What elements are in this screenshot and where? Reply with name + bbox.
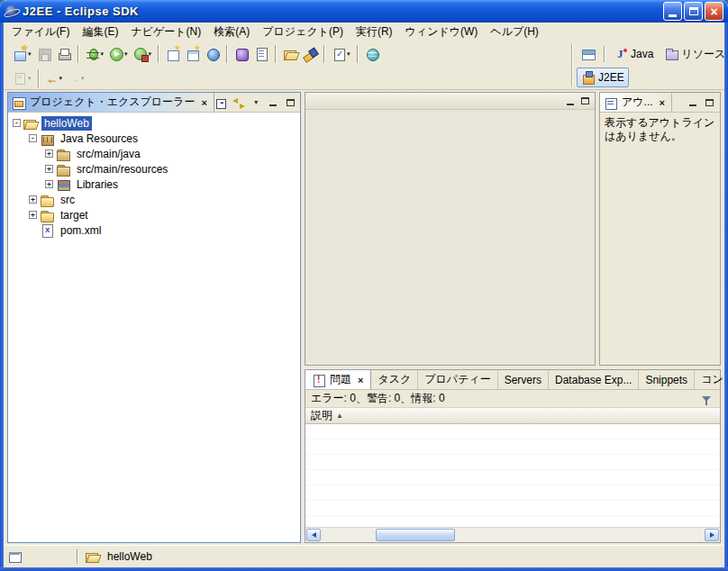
tab-tasks[interactable]: タスク	[371, 370, 418, 389]
tab-outline[interactable]: アウ... ×	[600, 93, 672, 112]
minimize-view-button[interactable]	[266, 95, 281, 110]
chevron-down-icon[interactable]: ▾	[28, 75, 32, 82]
minimize-button[interactable]	[663, 2, 682, 21]
menu-project[interactable]: プロジェクト(P)	[256, 23, 350, 41]
menu-run[interactable]: 実行(R)	[350, 23, 399, 41]
import-button[interactable]	[280, 44, 300, 64]
javadoc-button[interactable]	[251, 44, 271, 64]
description-column-label: 説明	[311, 408, 332, 423]
close-view-icon[interactable]: ×	[200, 97, 207, 108]
tree-item-target[interactable]: + target	[8, 207, 300, 222]
view-menu-button[interactable]: ▼	[249, 95, 264, 110]
expander-icon[interactable]: +	[45, 150, 53, 158]
minimize-view-button[interactable]	[685, 95, 700, 110]
fast-view-icon[interactable]	[8, 549, 23, 564]
tab-console[interactable]: コンソール	[695, 370, 728, 389]
close-view-icon[interactable]: ×	[659, 97, 666, 108]
task-list-button[interactable]: ▾	[329, 44, 353, 64]
back-button[interactable]: ←▾	[43, 68, 66, 88]
database-tab-label: Database Exp...	[555, 374, 632, 386]
properties-tab-label: プロパティー	[424, 372, 490, 387]
menu-edit[interactable]: 編集(E)	[76, 23, 124, 41]
tab-servers[interactable]: Servers	[498, 370, 549, 389]
plugin-button[interactable]	[232, 44, 251, 64]
tab-problems[interactable]: 問題 ×	[305, 370, 371, 389]
problems-column-header[interactable]: 説明 ▲	[305, 408, 720, 424]
menu-file[interactable]: ファイル(F)	[5, 23, 76, 41]
save-button[interactable]	[34, 44, 54, 64]
open-perspective-icon	[581, 47, 596, 61]
new-servlet-button[interactable]	[183, 44, 203, 64]
scroll-left-icon	[312, 532, 316, 538]
tab-snippets[interactable]: Snippets	[639, 370, 695, 389]
tree-item-src-main-resources[interactable]: + src/main/resources	[8, 161, 300, 177]
perspective-resource-button[interactable]: リソース	[660, 44, 728, 65]
print-button[interactable]	[54, 44, 74, 64]
tree-item-pom-xml[interactable]: pom.xml	[8, 222, 300, 238]
filter-button[interactable]	[699, 392, 714, 406]
external-tools-button[interactable]: ▾	[131, 44, 155, 64]
perspective-java-button[interactable]: Java	[609, 44, 658, 64]
minimize-editor-button[interactable]	[562, 94, 578, 108]
problems-table-body	[305, 424, 720, 527]
search-button[interactable]	[300, 44, 320, 64]
tree-item-label: target	[58, 208, 91, 222]
new-web-service-button[interactable]	[203, 44, 223, 64]
new-servlet-icon	[186, 47, 200, 61]
tab-database-explorer[interactable]: Database Exp...	[549, 370, 639, 389]
tree-item-src[interactable]: + src	[8, 192, 300, 207]
minimize-view-icon	[269, 104, 277, 106]
maximize-editor-button[interactable]	[578, 94, 593, 108]
new-module-icon	[166, 47, 180, 61]
perspective-j2ee-button[interactable]: J2EE	[577, 68, 629, 87]
chevron-down-icon[interactable]: ▾	[81, 75, 85, 82]
expander-icon[interactable]: +	[45, 165, 53, 173]
run-button[interactable]: ▾	[106, 44, 131, 64]
maximize-view-button[interactable]	[702, 95, 717, 110]
maximize-button[interactable]	[684, 2, 703, 21]
tab-project-explorer[interactable]: プロジェクト・エクスプローラー ×	[8, 93, 214, 112]
expander-icon[interactable]: +	[29, 211, 37, 219]
tree-item-libraries[interactable]: + Libraries	[8, 177, 300, 192]
menu-window[interactable]: ウィンドウ(W)	[399, 23, 485, 41]
web-browser-button[interactable]	[362, 44, 382, 64]
collapse-all-button[interactable]	[214, 95, 230, 110]
chevron-down-icon[interactable]: ▾	[101, 50, 105, 58]
menu-navigate[interactable]: ナビゲート(N)	[124, 23, 207, 41]
expander-icon[interactable]: +	[29, 195, 37, 204]
expander-icon[interactable]: +	[45, 180, 53, 188]
annotation-nav-button[interactable]: ▾	[10, 68, 34, 88]
tab-properties[interactable]: プロパティー	[418, 370, 497, 389]
link-with-editor-button[interactable]	[232, 95, 247, 110]
new-module-button[interactable]	[163, 44, 183, 64]
chevron-down-icon[interactable]: ▾	[347, 50, 350, 58]
chevron-down-icon[interactable]: ▾	[149, 50, 152, 58]
open-perspective-button[interactable]	[577, 44, 600, 64]
forward-button[interactable]: →▾	[65, 68, 87, 88]
close-view-icon[interactable]: ×	[357, 375, 364, 385]
scrollbar-thumb[interactable]	[376, 529, 455, 541]
chevron-down-icon[interactable]: ▾	[28, 50, 32, 58]
chevron-down-icon[interactable]: ▾	[124, 50, 128, 58]
debug-button[interactable]: ▾	[83, 44, 107, 64]
expander-icon[interactable]: -	[13, 119, 21, 127]
scroll-left-button[interactable]	[306, 529, 321, 541]
tree-item-java-resources[interactable]: - Java Resources	[8, 131, 300, 146]
close-button[interactable]: ×	[705, 2, 723, 21]
chevron-down-icon[interactable]: ▾	[59, 75, 63, 82]
maximize-view-button[interactable]	[283, 95, 298, 110]
tree-item-src-main-java[interactable]: + src/main/java	[8, 146, 300, 161]
bottom-tab-strip: 問題 × タスク プロパティー Servers Database Exp... …	[305, 370, 720, 390]
run-icon	[109, 47, 123, 61]
folder-icon	[40, 193, 54, 207]
menu-help[interactable]: ヘルプ(H)	[484, 23, 545, 41]
titlebar[interactable]: J2EE - Eclipse SDK ×	[0, 0, 728, 23]
horizontal-scrollbar[interactable]	[305, 527, 720, 542]
outline-tab-strip: アウ... ×	[600, 93, 720, 113]
expander-icon[interactable]: -	[29, 134, 37, 142]
tree-item-label: Libraries	[74, 177, 121, 192]
tree-item-helloweb[interactable]: - helloWeb	[8, 115, 300, 131]
menu-search[interactable]: 検索(A)	[207, 23, 256, 41]
scroll-right-button[interactable]	[705, 529, 719, 541]
new-wizard-button[interactable]: ▾	[10, 44, 34, 64]
